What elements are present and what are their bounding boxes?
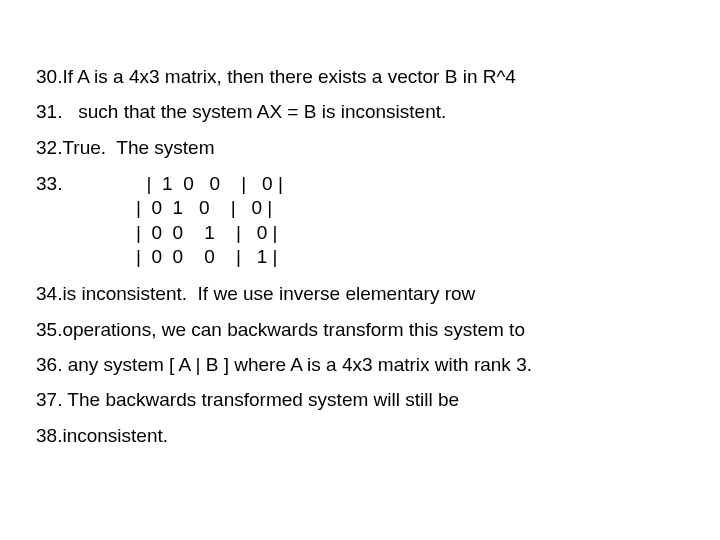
- list-item: 32.True. The system: [36, 137, 684, 159]
- matrix-row: | 0 0 1 | 0 |: [36, 221, 684, 245]
- list-item: 30.If A is a 4x3 matrix, then there exis…: [36, 66, 684, 88]
- item-text: If A is a 4x3 matrix, then there exists …: [62, 66, 516, 87]
- list-item: 34.is inconsistent. If we use inverse el…: [36, 283, 684, 305]
- matrix-row-text: | 0 0 0 | 1 |: [136, 246, 278, 267]
- item-text: operations, we can backwards transform t…: [62, 319, 525, 340]
- matrix-row: | 0 1 0 | 0 |: [36, 196, 684, 220]
- matrix-row-text: | 1 0 0 | 0 |: [136, 173, 283, 194]
- item-number: 35.: [36, 319, 62, 341]
- list-item: 31. such that the system AX = B is incon…: [36, 101, 684, 123]
- item-number: 38.: [36, 425, 62, 447]
- item-number: 30.: [36, 66, 62, 88]
- item-number: 34.: [36, 283, 62, 305]
- item-number: 31.: [36, 101, 62, 123]
- item-text: inconsistent.: [62, 425, 168, 446]
- list-item: 35.operations, we can backwards transfor…: [36, 319, 684, 341]
- list-item: 36. any system [ A | B ] where A is a 4x…: [36, 354, 684, 376]
- item-number: 32.: [36, 137, 62, 159]
- item-text: any system [ A | B ] where A is a 4x3 ma…: [62, 354, 532, 375]
- document-page: 30.If A is a 4x3 matrix, then there exis…: [0, 0, 720, 447]
- list-item: 37. The backwards transformed system wil…: [36, 389, 684, 411]
- matrix-row: 33. | 1 0 0 | 0 |: [36, 172, 684, 196]
- item-text: True. The system: [62, 137, 214, 158]
- list-item: 38.inconsistent.: [36, 425, 684, 447]
- item-number: 36.: [36, 354, 62, 376]
- item-text: such that the system AX = B is inconsist…: [62, 101, 446, 122]
- item-number: 37.: [36, 389, 62, 411]
- item-text: The backwards transformed system will st…: [62, 389, 459, 410]
- matrix-row-text: | 0 0 1 | 0 |: [136, 222, 278, 243]
- item-text: is inconsistent. If we use inverse eleme…: [62, 283, 475, 304]
- item-number: 33.: [36, 172, 136, 196]
- matrix-row: | 0 0 0 | 1 |: [36, 245, 684, 269]
- matrix-row-text: | 0 1 0 | 0 |: [136, 197, 272, 218]
- matrix-block: 33. | 1 0 0 | 0 | | 0 1 0 | 0 | | 0 0 1 …: [36, 172, 684, 269]
